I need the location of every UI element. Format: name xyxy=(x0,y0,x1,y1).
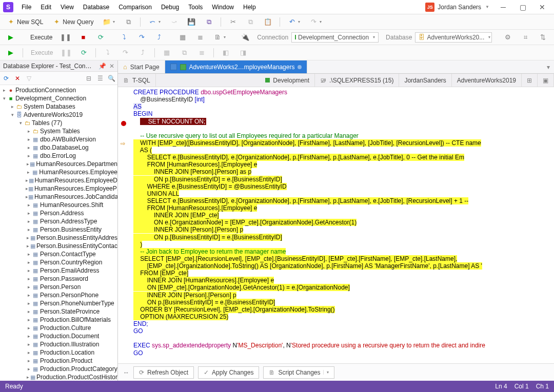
user-name[interactable]: Jordan Sanders xyxy=(438,4,481,11)
save-disk[interactable]: 💾 xyxy=(184,16,199,28)
new-query-button[interactable]: ✦New Query xyxy=(49,16,97,28)
table-node[interactable]: ▸▦Production.Culture xyxy=(0,324,117,332)
save-button[interactable]: ⧉ xyxy=(121,16,136,28)
table-node[interactable]: ▸▦Person.Person xyxy=(0,283,117,291)
server-chip[interactable]: 🖳.\SQLEXPRESS15 (15) xyxy=(315,74,399,87)
layout-btn[interactable]: ⊞ xyxy=(522,74,538,87)
database-dropdown[interactable]: 🗄AdventureWorks20...▾ xyxy=(415,32,492,43)
menu-window[interactable]: Window xyxy=(208,2,238,13)
save-all[interactable]: ⧉ xyxy=(201,16,216,28)
undo-button[interactable]: ↶▾ xyxy=(284,16,304,28)
refresh-object-button[interactable]: ⟳Refresh Object xyxy=(133,366,194,379)
paste-button[interactable]: 📋 xyxy=(260,16,275,28)
db-chip[interactable]: AdventureWorks2019 xyxy=(452,74,522,87)
table-node[interactable]: ▸▦Person.ContactType xyxy=(0,250,117,258)
dbg-3[interactable]: ⤴ xyxy=(135,47,150,59)
debug-pause[interactable]: ❚❚ xyxy=(58,47,74,59)
dbg-7[interactable]: ◧ xyxy=(218,47,233,59)
search-icon[interactable]: 🔍 xyxy=(107,74,115,82)
nav-back[interactable]: ⤺▾ xyxy=(145,16,164,28)
table-node[interactable]: ▸▦HumanResources.JobCandida xyxy=(0,193,117,201)
close-button[interactable]: ✕ xyxy=(533,2,551,12)
grid-btn[interactable]: ▦ xyxy=(175,31,190,44)
table-node[interactable]: ▸▦Person.CountryRegion xyxy=(0,258,117,266)
conn-icon-btn[interactable]: 🔌 xyxy=(238,31,253,44)
table-node[interactable]: ▸▦Person.AddressType xyxy=(0,217,117,225)
debug-run[interactable]: ▶ xyxy=(3,47,18,59)
cut-button[interactable]: ✂ xyxy=(225,16,241,28)
table-node[interactable]: ▸▦Production.ProductCostHistor xyxy=(0,373,117,381)
script-changes-button[interactable]: 🗎Script Changes▾ xyxy=(263,366,334,379)
step-over[interactable]: ↷ xyxy=(134,31,149,44)
dbg-6[interactable]: ≣ xyxy=(194,47,209,59)
table-node[interactable]: ▸▦Production.Document xyxy=(0,332,117,340)
table-node[interactable]: ▸▦Person.PersonPhone xyxy=(0,291,117,299)
minimize-button[interactable]: ─ xyxy=(494,2,512,12)
lang-chip[interactable]: 🗎T-SQL xyxy=(118,74,156,87)
close-icon[interactable]: ✕ xyxy=(109,63,114,70)
delete-icon[interactable]: ✕ xyxy=(13,74,22,82)
table-node[interactable]: ▸▦Person.Password xyxy=(0,275,117,283)
dbg-5[interactable]: ⧉ xyxy=(176,47,192,59)
tool-b[interactable]: ⌗ xyxy=(518,31,533,44)
table-node[interactable]: ▸▦HumanResources.EmployeeP; xyxy=(0,184,117,193)
refresh-icon[interactable]: ⟳ xyxy=(2,74,10,82)
table-node[interactable]: ▸▦Person.StateProvince xyxy=(0,307,117,316)
table-node[interactable]: ▸▦HumanResources.Departmen xyxy=(0,160,117,168)
user-caret-icon[interactable]: ▼ xyxy=(485,5,489,9)
stop-button[interactable]: ■ xyxy=(75,31,91,44)
table-node[interactable]: ▸▦Person.Address xyxy=(0,209,117,217)
copy-button[interactable]: ⧉ xyxy=(243,16,258,28)
tree-view[interactable]: ▸●ProductionConnection ▾■Development_Con… xyxy=(0,85,117,381)
table-node[interactable]: ▸▦Person.BusinessEntityContac xyxy=(0,242,117,250)
table-node[interactable]: ▸▦Production.ProductCategory xyxy=(0,365,117,373)
expand-icon[interactable]: ↔ xyxy=(123,369,129,376)
open-dropdown[interactable]: 📁▾ xyxy=(99,16,118,28)
pause-button[interactable]: ❚❚ xyxy=(58,31,73,44)
step-out[interactable]: ⤴ xyxy=(151,31,167,44)
menu-help[interactable]: Help xyxy=(239,2,260,13)
table-node[interactable]: ▸▦dbo.DatabaseLog xyxy=(0,143,117,152)
apply-changes-button[interactable]: ✓Apply Changes xyxy=(198,366,259,379)
connection-dropdown[interactable]: Development_Connection▾ xyxy=(291,32,379,43)
table-node[interactable]: ▸▦Production.Location xyxy=(0,348,117,357)
menu-tools[interactable]: Tools xyxy=(184,2,207,13)
tab-document[interactable]: AdventureWorks2…mployeeManagers xyxy=(165,60,308,73)
tab-menu[interactable]: ▾ xyxy=(543,60,554,73)
tab-start-page[interactable]: ⌂Start Page xyxy=(118,60,165,73)
tool-a[interactable]: ⚙ xyxy=(500,31,516,44)
new-sql-button[interactable]: ✦New SQL xyxy=(3,16,47,28)
debug-stop[interactable]: ⟳ xyxy=(76,47,91,59)
code-editor[interactable]: ⇨ CREATE PROCEDURE dbo.uspGetEmployeeMan… xyxy=(118,87,554,363)
table-node[interactable]: ▸▦HumanResources.Shift xyxy=(0,201,117,209)
refresh-exec[interactable]: ⟳ xyxy=(93,31,108,44)
debug-execute[interactable]: Execute xyxy=(27,47,56,58)
execute-button[interactable]: Execute xyxy=(27,32,56,43)
table-node[interactable]: ▸▦Person.BusinessEntity xyxy=(0,225,117,234)
user-chip[interactable]: JordanSanders xyxy=(399,74,451,87)
run-button[interactable]: ▶ xyxy=(3,31,18,44)
menu-database[interactable]: Database xyxy=(79,2,113,13)
step-in[interactable]: ⤵ xyxy=(116,31,132,44)
collapse-icon[interactable]: ⊟ xyxy=(85,74,93,82)
nav-fwd[interactable]: ⤻ xyxy=(166,16,182,28)
table-node[interactable]: ▸▦Person.BusinessEntityAddres xyxy=(0,234,117,242)
menu-file[interactable]: File xyxy=(17,2,35,13)
tool-c[interactable]: ⇅ xyxy=(535,31,550,44)
menu-edit[interactable]: Edit xyxy=(36,2,55,13)
table-node[interactable]: ▸▦Production.Product xyxy=(0,357,117,365)
table-node[interactable]: ▸▦HumanResources.Employee xyxy=(0,168,117,176)
table-node[interactable]: ▸▦dbo.AWBuildVersion xyxy=(0,135,117,143)
max-btn[interactable]: ▣ xyxy=(538,74,554,87)
props-icon[interactable]: ☰ xyxy=(96,74,104,82)
table-node[interactable]: ▸▦dbo.ErrorLog xyxy=(0,152,117,160)
table-node[interactable]: ▸▦Person.EmailAddress xyxy=(0,266,117,275)
menu-view[interactable]: View xyxy=(56,2,78,13)
table-node[interactable]: ▸▦Person.PhoneNumberType xyxy=(0,299,117,307)
menu-debug[interactable]: Debug xyxy=(157,2,183,13)
redo-button[interactable]: ↷▾ xyxy=(306,16,325,28)
file-btn[interactable]: 🗎▾ xyxy=(210,31,229,44)
menu-comparison[interactable]: Comparison xyxy=(114,2,156,13)
text-btn[interactable]: ≣ xyxy=(192,31,208,44)
dbg-8[interactable]: ◨ xyxy=(235,47,251,59)
